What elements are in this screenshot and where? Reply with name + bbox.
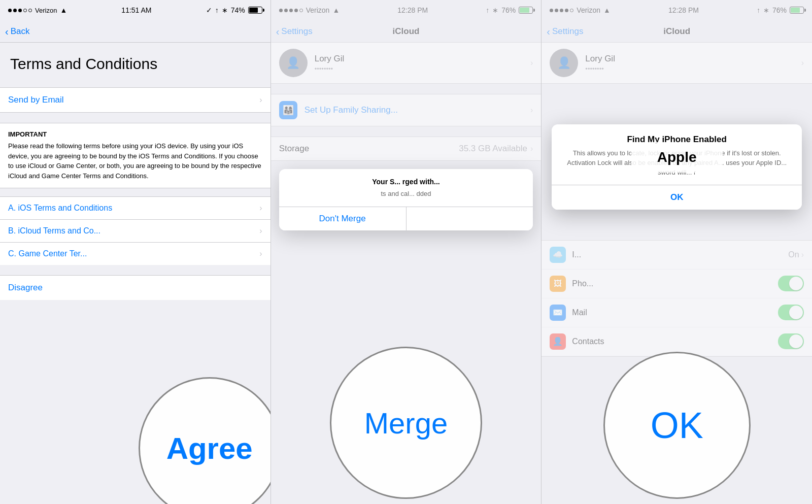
dot5	[28, 9, 32, 12]
ok-button[interactable]: OK	[552, 185, 802, 210]
dot1	[8, 9, 12, 12]
bt-label-1: ∗	[222, 6, 228, 14]
back-button-1[interactable]: ‹ Back	[5, 26, 29, 37]
dot4	[23, 9, 27, 12]
send-email-chevron: ›	[259, 95, 262, 105]
terms-link-ios[interactable]: A. iOS Terms and Conditions ›	[0, 196, 270, 219]
terms-body: IMPORTANT Please read the following term…	[0, 123, 270, 188]
terms-important-label: IMPORTANT	[8, 130, 262, 138]
ok-label: OK	[651, 405, 703, 446]
apple-logo-text: Apple	[657, 149, 697, 165]
terms-title-section: Terms and Conditions	[0, 43, 270, 79]
send-email-label: Send by Email	[8, 95, 64, 105]
apple-logo-area: Apple	[631, 142, 723, 173]
panel-icloud-findmy: Verizon ▲ 12:28 PM ↑ ∗ 76% ‹ Settings iC…	[541, 0, 812, 504]
terms-title: Terms and Conditions	[10, 55, 260, 73]
battery-fill-1	[249, 8, 258, 13]
merge-dialog-title: Your S... rged with...	[287, 177, 525, 187]
terms-bottom-bar: Disagree	[0, 275, 270, 300]
bt-icon-1: ✓	[206, 6, 212, 14]
merge-dialog: Your S... rged with... ts and cal... dde…	[279, 169, 533, 230]
wifi-icon-1: ▲	[60, 6, 67, 14]
status-right-1: ✓ ↑ ∗ 74%	[206, 6, 262, 14]
dot3	[18, 9, 22, 12]
terms-link-gamecenter[interactable]: C. Game Center Ter... ›	[0, 242, 270, 265]
ok-circle[interactable]: OK	[603, 352, 751, 499]
terms-link-icloud[interactable]: B. iCloud Terms and Co... ›	[0, 219, 270, 242]
merge-circle[interactable]: Merge	[330, 347, 482, 499]
disagree-button[interactable]: Disagree	[8, 283, 43, 292]
signal-dots-1	[8, 9, 32, 12]
terms-link-gc-chevron: ›	[259, 249, 262, 258]
status-bar-1: Verizon ▲ 11:51 AM ✓ ↑ ∗ 74%	[0, 0, 270, 20]
dot2	[13, 9, 17, 12]
agree-label: Agree	[166, 431, 253, 466]
find-my-actions: OK	[552, 185, 802, 210]
merge-btn[interactable]	[406, 207, 533, 230]
arrow-up-1: ↑	[215, 6, 219, 14]
time-1: 11:51 AM	[121, 6, 151, 14]
merge-dialog-body: Your S... rged with... ts and cal... dde…	[279, 169, 533, 207]
merge-label: Merge	[364, 406, 448, 440]
terms-body-text: Please read the following terms before u…	[8, 141, 262, 181]
terms-link-ios-label: A. iOS Terms and Conditions	[8, 204, 112, 213]
merge-dialog-actions: Don't Merge	[279, 207, 533, 230]
terms-link-icloud-chevron: ›	[259, 226, 262, 236]
status-left-1: Verizon ▲	[8, 6, 67, 14]
back-label-1: Back	[11, 26, 30, 37]
send-email-row[interactable]: Send by Email ›	[0, 87, 270, 113]
terms-links: A. iOS Terms and Conditions › B. iCloud …	[0, 196, 270, 265]
nav-bar-1: ‹ Back	[0, 20, 270, 43]
merge-dialog-text: ts and cal... dded	[381, 190, 431, 197]
battery-pct-1: 74%	[231, 6, 245, 14]
panel-icloud-merge: Verizon ▲ 12:28 PM ↑ ∗ 76% ‹ Settings iC…	[270, 0, 542, 504]
panel-terms: Verizon ▲ 11:51 AM ✓ ↑ ∗ 74% ‹ Back Term…	[0, 0, 270, 504]
terms-link-gc-label: C. Game Center Ter...	[8, 249, 87, 258]
back-chevron-1: ‹	[5, 26, 9, 37]
terms-link-icloud-label: B. iCloud Terms and Co...	[8, 226, 100, 236]
battery-1	[248, 7, 262, 14]
terms-link-ios-chevron: ›	[259, 204, 262, 213]
dont-merge-btn[interactable]: Don't Merge	[279, 207, 406, 230]
carrier-label-1: Verizon	[35, 7, 57, 14]
